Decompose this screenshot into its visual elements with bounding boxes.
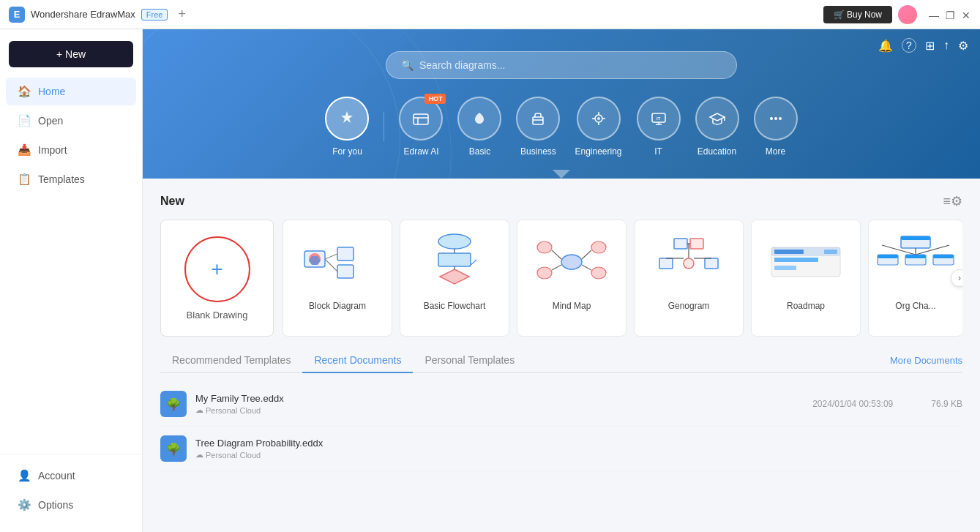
category-more[interactable]: More	[754, 97, 798, 157]
bell-icon[interactable]: 🔔	[878, 39, 893, 53]
template-card-roadmap[interactable]: Roadmap	[751, 220, 861, 337]
close-button[interactable]: ✕	[961, 10, 971, 20]
doc-icon-tree-diagram: 🌳	[160, 435, 187, 462]
category-education[interactable]: Education	[695, 97, 739, 157]
category-business[interactable]: Business	[516, 97, 560, 157]
home-icon: 🏠	[18, 85, 31, 98]
title-bar-right: 🛒 Buy Now — ❐ ✕	[823, 5, 971, 24]
new-cards-row: + Blank Drawing	[160, 220, 962, 337]
doc-item-family-tree[interactable]: 🌳 My Family Tree.eddx ☁ Personal Cloud 2…	[160, 382, 962, 427]
svg-rect-23	[438, 253, 471, 266]
category-for-you[interactable]: For you	[325, 97, 369, 157]
svg-point-32	[591, 267, 606, 279]
new-section-title: New	[160, 195, 184, 208]
sidebar-item-home[interactable]: 🏠 Home	[6, 78, 136, 105]
more-documents-link[interactable]: More Documents	[890, 355, 962, 366]
doc-list: 🌳 My Family Tree.eddx ☁ Personal Cloud 2…	[160, 382, 962, 471]
roadmap-label: Roadmap	[787, 301, 825, 311]
app-logo: E	[9, 7, 25, 23]
free-badge: Free	[141, 9, 168, 20]
doc-item-tree-diagram[interactable]: 🌳 Tree Diagram Probability.eddx ☁ Person…	[160, 427, 962, 471]
svg-point-29	[537, 241, 552, 253]
svg-point-30	[537, 267, 552, 279]
account-icon: 👤	[18, 469, 31, 482]
more-circle	[754, 97, 798, 141]
share-icon[interactable]: ↑	[943, 39, 949, 52]
sidebar-item-import[interactable]: 📥 Import	[6, 136, 136, 164]
category-edraw-ai[interactable]: HOT Edraw AI	[399, 97, 443, 157]
sidebar: + New 🏠 Home 📄 Open 📥 Import 📋 Templates…	[0, 29, 143, 532]
tab-recent[interactable]: Recent Documents	[302, 348, 413, 373]
title-bar: E Wondershare EdrawMax Free + 🛒 Buy Now …	[0, 0, 980, 29]
tab-personal[interactable]: Personal Templates	[413, 348, 526, 372]
svg-text:IT: IT	[657, 116, 661, 121]
maximize-button[interactable]: ❐	[945, 10, 955, 20]
edraw-ai-label: Edraw AI	[403, 146, 438, 157]
sidebar-item-label-templates: Templates	[38, 173, 85, 185]
tab-recommended[interactable]: Recommended Templates	[160, 348, 302, 372]
cloud-icon-2: ☁	[195, 450, 203, 460]
business-circle	[516, 97, 560, 141]
blank-drawing-card[interactable]: + Blank Drawing	[160, 220, 274, 337]
template-card-basic-flowchart[interactable]: Basic Flowchart	[400, 220, 509, 337]
category-basic[interactable]: Basic	[457, 97, 501, 157]
search-input[interactable]	[419, 59, 722, 71]
doc-name-tree-diagram: Tree Diagram Probability.eddx	[195, 438, 962, 449]
mind-map-label: Mind Map	[553, 301, 591, 311]
business-label: Business	[520, 146, 556, 157]
template-card-genogram[interactable]: Genogram	[634, 220, 744, 337]
svg-rect-50	[774, 266, 796, 270]
svg-rect-41	[659, 258, 673, 269]
svg-line-35	[582, 250, 591, 259]
templates-icon: 📋	[18, 173, 31, 186]
doc-name-family-tree: My Family Tree.eddx	[195, 393, 804, 404]
svg-marker-24	[440, 269, 469, 284]
svg-line-21	[325, 259, 337, 271]
user-avatar[interactable]	[898, 5, 917, 24]
template-card-org-chart[interactable]: Org Cha...	[868, 220, 962, 337]
svg-point-6	[597, 117, 600, 120]
roadmap-thumb	[762, 229, 850, 295]
svg-rect-37	[674, 239, 687, 249]
doc-info-tree-diagram: Tree Diagram Probability.eddx ☁ Personal…	[195, 438, 962, 460]
sidebar-nav: 🏠 Home 📄 Open 📥 Import 📋 Templates	[0, 76, 142, 454]
main-content: 🔔 ? ⊞ ↑ ⚙ 🔍 For you	[143, 29, 980, 532]
new-section-header: New ≡⚙	[160, 193, 962, 209]
new-button[interactable]: + New	[9, 41, 133, 67]
doc-date-family-tree: 2024/01/04 00:53:09	[812, 399, 893, 409]
settings-icon[interactable]: ⚙	[958, 39, 968, 53]
help-icon[interactable]: ?	[902, 38, 916, 53]
blank-circle: +	[184, 236, 250, 302]
app-title: Wondershare EdrawMax	[31, 9, 135, 20]
new-section-settings-icon[interactable]: ≡⚙	[943, 193, 962, 209]
header-icons: 🔔 ? ⊞ ↑ ⚙	[878, 38, 968, 53]
minimize-button[interactable]: —	[929, 10, 939, 20]
apps-icon[interactable]: ⊞	[925, 39, 935, 53]
template-card-mind-map[interactable]: Mind Map	[517, 220, 626, 337]
sidebar-item-account[interactable]: 👤 Account	[6, 462, 136, 490]
template-card-block-diagram[interactable]: Block Diagram	[283, 220, 392, 337]
svg-point-22	[438, 234, 471, 249]
sidebar-item-options[interactable]: ⚙️ Options	[6, 491, 136, 519]
category-row: For you HOT Edraw AI	[172, 97, 951, 157]
engineering-label: Engineering	[575, 146, 621, 157]
svg-point-13	[774, 117, 777, 120]
sidebar-item-label-home: Home	[38, 86, 65, 97]
svg-rect-61	[905, 255, 926, 258]
svg-rect-3	[533, 117, 543, 124]
content-area: New ≡⚙ + Blank Drawing	[143, 179, 980, 486]
sidebar-item-templates[interactable]: 📋 Templates	[6, 165, 136, 193]
sidebar-item-open[interactable]: 📄 Open	[6, 107, 136, 135]
doc-location-family-tree: ☁ Personal Cloud	[195, 405, 804, 415]
blank-plus-icon: +	[211, 258, 222, 281]
tabs-row: Recommended Templates Recent Documents P…	[160, 348, 962, 373]
for-you-label: For you	[332, 146, 362, 157]
category-it[interactable]: IT IT	[637, 97, 681, 157]
svg-rect-59	[901, 236, 930, 240]
category-engineering[interactable]: Engineering	[575, 97, 621, 157]
buy-now-button[interactable]: 🛒 Buy Now	[823, 6, 892, 23]
hot-badge: HOT	[424, 94, 446, 104]
window-controls: — ❐ ✕	[929, 10, 971, 20]
sidebar-item-label-options: Options	[38, 499, 73, 511]
add-tab-button[interactable]: +	[178, 7, 186, 22]
